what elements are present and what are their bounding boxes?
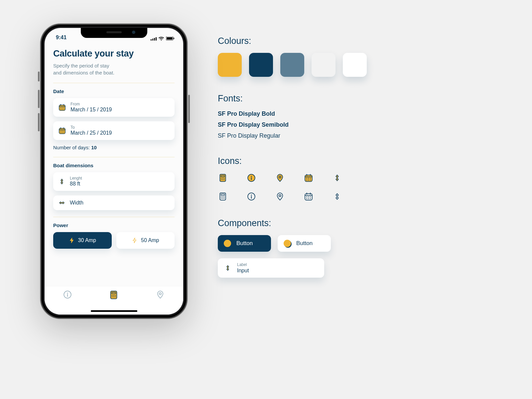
length-input[interactable]: Lenght 88 ft — [53, 172, 175, 191]
pin-icon — [276, 174, 284, 182]
width-placeholder: Width — [70, 200, 83, 206]
info-icon — [63, 290, 72, 299]
calendar-icon — [59, 127, 66, 134]
calendar-icon — [304, 174, 313, 182]
arrows-vertical-icon — [333, 174, 341, 182]
width-input[interactable]: Width — [53, 196, 175, 210]
length-label: Lenght — [70, 176, 82, 180]
icon-grid — [218, 173, 404, 201]
bolt-icon — [132, 237, 138, 243]
date-from-value: March / 15 / 2019 — [70, 107, 112, 113]
arrows-vertical-icon — [333, 193, 341, 200]
calendar-icon — [304, 192, 313, 201]
colour-swatches — [218, 53, 404, 77]
info-icon — [247, 174, 256, 182]
signal-icon — [151, 37, 157, 41]
arrows-horizontal-icon — [59, 200, 65, 206]
colour-swatch-white — [343, 53, 367, 77]
calculator-icon — [109, 290, 118, 300]
tab-bar — [45, 286, 183, 315]
divider — [53, 157, 175, 157]
component-button-primary[interactable]: Button — [218, 235, 271, 252]
dot-icon — [224, 240, 231, 247]
date-to-value: March / 25 / 2019 — [70, 130, 112, 136]
colour-swatch-navy — [249, 53, 273, 77]
section-label-date: Date — [53, 88, 175, 94]
colours-heading: Colours: — [218, 36, 404, 46]
days-count: Number of days: 10 — [53, 145, 175, 150]
date-from-input[interactable]: From March / 15 / 2019 — [53, 98, 175, 117]
colour-swatch-slate — [280, 53, 304, 77]
fonts-heading: Fonts: — [218, 93, 404, 104]
font-regular: SF Pro Display Regular — [218, 132, 404, 139]
phone-frame: 9:41 Calculate your stay Specify the per… — [40, 23, 188, 319]
component-button-secondary[interactable]: Button — [278, 235, 331, 252]
power-option-50amp[interactable]: 50 Amp — [116, 232, 175, 249]
colour-swatch-grey — [312, 53, 335, 77]
phone-notch — [81, 28, 147, 38]
date-from-label: From — [70, 102, 112, 106]
arrows-vertical-icon — [59, 178, 65, 185]
wifi-icon — [159, 37, 164, 41]
info-icon — [247, 192, 256, 201]
power-option-30amp[interactable]: 30 Amp — [53, 232, 112, 249]
arrows-vertical-icon — [224, 265, 231, 271]
date-to-label: To — [70, 125, 112, 129]
pin-icon — [276, 192, 284, 201]
component-input[interactable]: Label Input — [218, 258, 324, 278]
divider — [53, 83, 175, 83]
tab-info[interactable] — [63, 290, 72, 299]
battery-icon — [166, 37, 175, 41]
tab-calculator[interactable] — [109, 290, 118, 300]
style-guide: Colours: Fonts: SF Pro Display Bold SF P… — [218, 27, 404, 372]
tab-location[interactable] — [156, 290, 165, 299]
calendar-icon — [59, 104, 66, 111]
components-heading: Components: — [218, 218, 404, 228]
icons-heading: Icons: — [218, 156, 404, 166]
date-to-input[interactable]: To March / 25 / 2019 — [53, 121, 175, 140]
component-input-value: Input — [237, 268, 249, 274]
pin-icon — [156, 290, 165, 299]
home-indicator — [91, 310, 137, 312]
section-label-dimensions: Boat dimensions — [53, 163, 175, 168]
bolt-icon — [69, 237, 75, 243]
divider — [53, 217, 175, 217]
font-semibold: SF Pro Display Semibold — [218, 121, 404, 128]
section-label-power: Power — [53, 222, 175, 228]
font-bold: SF Pro Display Bold — [218, 110, 404, 117]
calculator-icon — [218, 192, 227, 201]
calculator-icon — [218, 174, 227, 182]
page-title: Calculate your stay — [53, 49, 175, 59]
status-time: 9:41 — [56, 35, 66, 41]
dot-icon — [284, 240, 291, 247]
colour-swatch-yellow — [218, 53, 242, 77]
length-value: 88 ft — [70, 181, 82, 187]
component-input-label: Label — [237, 262, 249, 267]
page-subtitle: Specify the period of stay and dimension… — [53, 62, 175, 76]
